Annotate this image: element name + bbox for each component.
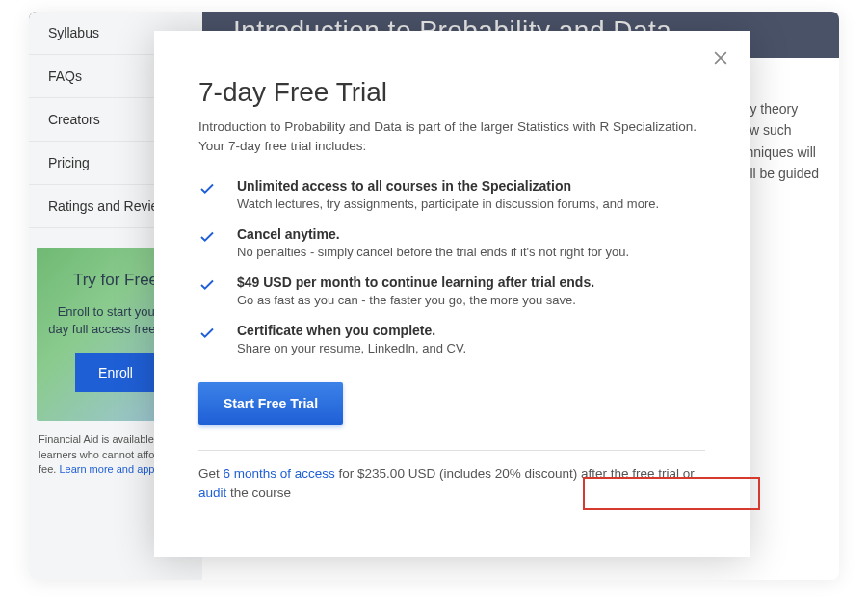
benefit-desc: No penalties - simply cancel before the … — [237, 245, 705, 259]
benefit-row: Unlimited access to all courses in the S… — [198, 178, 705, 211]
check-icon — [198, 178, 237, 211]
benefit-desc: Watch lectures, try assignments, partici… — [237, 196, 705, 211]
footer-post: the course — [226, 485, 291, 500]
benefit-title: Cancel anytime. — [237, 226, 705, 242]
check-icon — [198, 323, 237, 355]
page-wrapper: Introduction to Probability and Data Syl… — [29, 12, 839, 580]
divider — [198, 450, 705, 451]
modal-title: 7-day Free Trial — [198, 77, 705, 108]
modal-subtitle: Introduction to Probability and Data is … — [198, 118, 705, 157]
benefit-title: Certificate when you complete. — [237, 323, 705, 338]
free-trial-modal: 7-day Free Trial Introduction to Probabi… — [154, 31, 750, 557]
start-free-trial-button[interactable]: Start Free Trial — [198, 382, 343, 425]
benefit-title: Unlimited access to all courses in the S… — [237, 178, 705, 194]
modal-footer-text: Get 6 months of access for $235.00 USD (… — [198, 464, 705, 504]
benefit-row: Cancel anytime. No penalties - simply ca… — [198, 226, 705, 259]
check-icon — [198, 274, 237, 307]
benefit-desc: Go as fast as you can - the faster you g… — [237, 293, 705, 307]
modal-overlay: 7-day Free Trial Introduction to Probabi… — [29, 12, 839, 580]
benefit-title: $49 USD per month to continue learning a… — [237, 274, 705, 290]
benefit-desc: Share on your resume, LinkedIn, and CV. — [237, 341, 705, 355]
footer-pre: Get — [198, 466, 224, 481]
close-icon — [711, 48, 730, 67]
six-months-link[interactable]: 6 months of access — [224, 466, 335, 481]
close-button[interactable] — [711, 48, 730, 67]
audit-link[interactable]: audit — [198, 485, 226, 500]
benefit-row: $49 USD per month to continue learning a… — [198, 274, 705, 307]
benefit-row: Certificate when you complete. Share on … — [198, 323, 705, 355]
footer-mid: for $235.00 USD (includes 20% discount) … — [335, 466, 695, 481]
check-icon — [198, 226, 237, 259]
